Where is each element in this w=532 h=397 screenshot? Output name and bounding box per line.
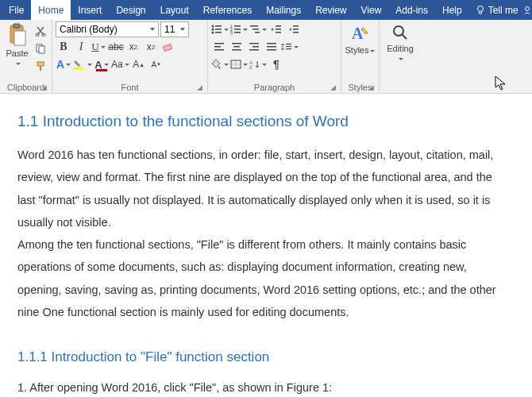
svg-rect-29 (276, 25, 281, 27)
lightbulb-icon (476, 5, 485, 16)
menu-help[interactable]: Help (435, 0, 469, 20)
align-right-icon (249, 42, 260, 52)
multilevel-icon (249, 25, 260, 34)
cut-icon (35, 25, 46, 37)
text-effects-button[interactable]: A (56, 56, 71, 72)
svg-rect-37 (214, 49, 224, 51)
cut-button[interactable] (33, 23, 48, 39)
svg-rect-26 (250, 25, 258, 27)
ribbon: Paste Clipboard◢ Calibri (Body) 11 B I U… (0, 20, 532, 94)
align-right-button[interactable] (246, 39, 262, 55)
justify-button[interactable] (264, 39, 279, 55)
decrease-indent-icon (271, 25, 282, 34)
menu-insert[interactable]: Insert (71, 0, 109, 20)
menu-home[interactable]: Home (31, 0, 71, 20)
tell-me-search[interactable]: Tell me (469, 5, 525, 16)
font-launcher-icon[interactable]: ◢ (197, 83, 202, 91)
increase-indent-button[interactable] (286, 21, 302, 37)
format-painter-icon (35, 60, 46, 71)
menu-mailings[interactable]: Mailings (259, 0, 308, 20)
line-spacing-icon (281, 42, 292, 52)
svg-rect-47 (286, 44, 291, 44)
numbering-button[interactable]: 123 (230, 21, 248, 37)
font-name-select[interactable]: Calibri (Body) (56, 21, 159, 37)
format-painter-button[interactable] (33, 58, 48, 74)
document-body[interactable]: 1.1 Introduction to the functional secti… (0, 94, 532, 397)
clipboard-launcher-icon[interactable]: ◢ (41, 83, 47, 91)
menu-layout[interactable]: Layout (153, 0, 196, 20)
subscript-button[interactable]: x2 (125, 39, 141, 55)
italic-button[interactable]: I (73, 39, 89, 55)
svg-rect-43 (249, 49, 259, 51)
svg-rect-36 (214, 46, 221, 48)
bullets-icon (211, 25, 222, 34)
svg-rect-9 (37, 62, 44, 66)
styles-button[interactable]: A Styles (345, 21, 376, 74)
superscript-button[interactable]: x2 (143, 39, 159, 55)
menu-addins[interactable]: Add-ins (388, 0, 435, 20)
svg-rect-40 (232, 49, 241, 51)
heading-1-1: 1.1 Introduction to the functional secti… (17, 106, 510, 136)
svg-rect-21 (234, 25, 241, 27)
editing-label: Editing (384, 44, 416, 63)
share-icon[interactable] (522, 0, 532, 20)
svg-rect-27 (253, 29, 259, 30)
svg-rect-10 (40, 66, 41, 71)
font-size-select[interactable]: 11 (160, 21, 189, 37)
menu-design[interactable]: Design (109, 0, 152, 20)
svg-rect-7 (37, 44, 42, 52)
paragraph-text: Word 2016 has ten functional sections, i… (17, 144, 510, 233)
paste-button[interactable]: Paste (3, 21, 31, 74)
svg-rect-28 (255, 32, 260, 33)
align-center-icon (231, 42, 242, 52)
borders-button[interactable] (230, 56, 248, 72)
svg-text:2: 2 (230, 27, 233, 32)
editing-button[interactable]: Editing (384, 21, 416, 74)
group-clipboard-label: Clipboard◢ (3, 81, 48, 93)
change-case-button[interactable]: Aa (111, 56, 129, 72)
styles-label: Styles (345, 45, 376, 55)
multilevel-list-button[interactable] (249, 21, 267, 37)
highlight-button[interactable] (73, 56, 92, 72)
bullets-button[interactable] (211, 21, 229, 37)
heading-1-1-1: 1.1.1 Introduction to "File" function se… (17, 344, 510, 370)
grow-font-button[interactable]: A▲ (131, 56, 147, 72)
svg-rect-48 (286, 46, 291, 47)
highlight-icon (73, 59, 86, 70)
font-color-button[interactable]: A (94, 56, 110, 72)
styles-launcher-icon[interactable]: ◢ (368, 83, 374, 91)
shading-button[interactable] (211, 56, 229, 72)
align-left-button[interactable] (211, 39, 227, 55)
svg-point-0 (477, 6, 483, 11)
strikethrough-button[interactable]: abc (108, 39, 124, 55)
svg-rect-31 (276, 32, 281, 33)
copy-button[interactable] (33, 40, 48, 56)
svg-text:A: A (249, 60, 253, 65)
menu-file[interactable]: File (2, 0, 31, 20)
clear-formatting-button[interactable] (160, 39, 176, 55)
decrease-indent-button[interactable] (268, 21, 284, 37)
paragraph-launcher-icon[interactable]: ◢ (330, 83, 336, 91)
group-paragraph-label: Paragraph◢ (211, 81, 337, 93)
menu-review[interactable]: Review (308, 0, 353, 20)
paragraph-text: 1. After opening Word 2016, click "File"… (17, 376, 510, 397)
menu-view[interactable]: View (354, 0, 389, 20)
shading-icon (211, 59, 222, 70)
align-center-button[interactable] (229, 39, 245, 55)
menu-references[interactable]: References (196, 0, 259, 20)
shrink-font-button[interactable]: A▼ (148, 56, 164, 72)
svg-rect-11 (163, 44, 172, 51)
svg-rect-17 (215, 29, 222, 30)
underline-button[interactable]: U (91, 39, 106, 55)
svg-rect-3 (13, 24, 20, 28)
sort-button[interactable]: AZ (249, 56, 267, 72)
svg-point-16 (212, 29, 214, 31)
svg-rect-34 (293, 32, 299, 33)
show-hide-button[interactable]: ¶ (268, 56, 284, 72)
svg-rect-12 (74, 67, 83, 70)
bold-button[interactable]: B (56, 39, 71, 55)
group-styles-label: Styles◢ (345, 81, 376, 93)
svg-text:A: A (352, 25, 364, 42)
svg-rect-46 (267, 49, 276, 51)
line-spacing-button[interactable] (281, 39, 299, 55)
